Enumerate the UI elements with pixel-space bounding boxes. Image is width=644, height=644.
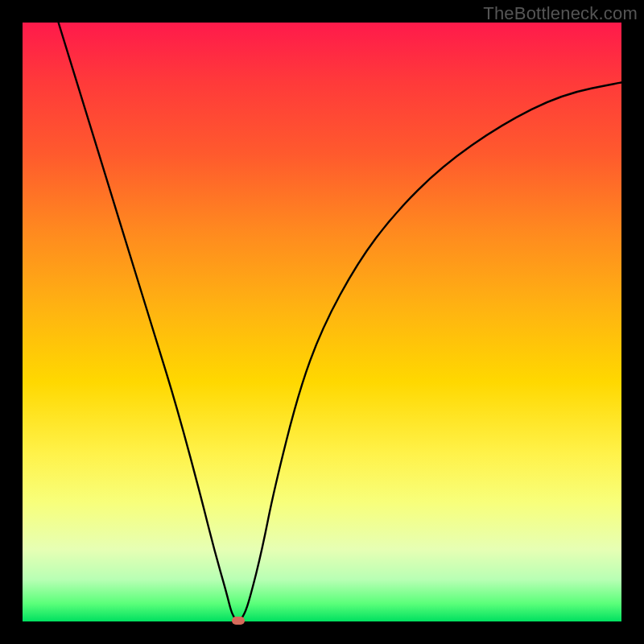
bottleneck-curve xyxy=(59,23,621,620)
optimum-marker xyxy=(232,617,245,625)
curve-svg xyxy=(23,23,621,621)
chart-frame: TheBottleneck.com xyxy=(0,0,644,644)
plot-area xyxy=(23,23,621,621)
watermark-text: TheBottleneck.com xyxy=(483,3,638,24)
